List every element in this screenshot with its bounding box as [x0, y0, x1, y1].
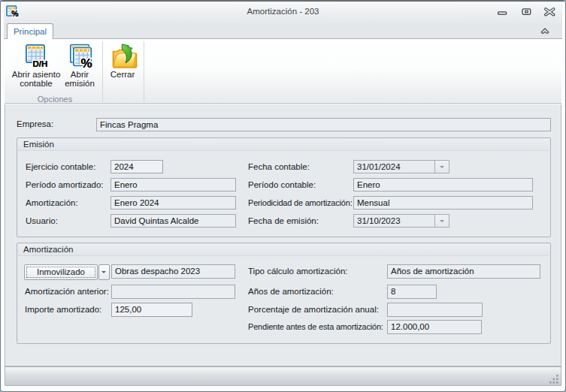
svg-text:%: %: [11, 9, 19, 18]
svg-text:%: %: [81, 56, 92, 71]
svg-text:D/H: D/H: [33, 59, 48, 68]
